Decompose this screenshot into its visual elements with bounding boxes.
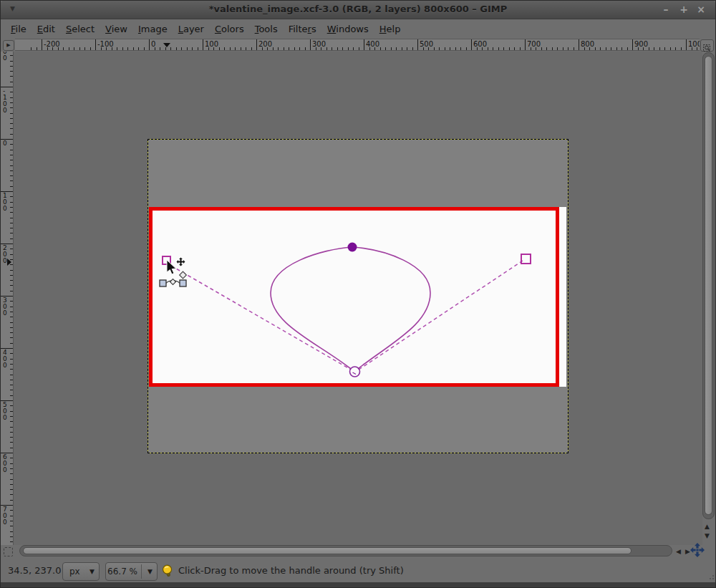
menu-select[interactable]: Select <box>66 24 95 34</box>
ruler-tick <box>10 223 13 223</box>
ruler-tick <box>224 47 225 50</box>
ruler-tick <box>10 343 13 344</box>
horizontal-scrollbar-thumb[interactable] <box>23 547 632 554</box>
menu-view[interactable]: View <box>105 24 127 34</box>
ruler-tick <box>294 47 295 50</box>
ruler-tick <box>198 47 198 50</box>
ruler-label: 100 <box>3 193 13 212</box>
horizontal-ruler-marker-icon <box>163 43 170 47</box>
quick-mask-toggle-button[interactable] <box>4 547 13 556</box>
ruler-tick <box>611 47 611 50</box>
ruler-tick <box>10 150 13 150</box>
ruler-tick-major <box>525 39 526 50</box>
zoom-dropdown[interactable]: 66.7 % ▼ <box>105 562 158 581</box>
ruler-tick <box>10 531 13 532</box>
ruler-tick <box>10 233 13 233</box>
cursor-position-readout: 34.5, 237.0 <box>8 565 61 576</box>
ruler-tick <box>434 47 435 50</box>
scroll-up-icon[interactable]: ▲ <box>705 523 710 530</box>
menu-colors[interactable]: Colors <box>215 24 244 34</box>
canvas-viewport[interactable] <box>14 52 702 545</box>
ruler-tick <box>122 47 123 50</box>
ruler-label: -200 <box>3 52 13 62</box>
ruler-tick <box>170 47 171 50</box>
ruler-tick <box>574 47 574 50</box>
ruler-tick <box>546 47 547 50</box>
ruler-tick-major <box>579 39 579 50</box>
ruler-tick <box>37 47 37 50</box>
ruler-tick <box>332 47 332 50</box>
ruler-tick <box>246 47 246 50</box>
ruler-tick-major <box>632 39 633 50</box>
ruler-tick <box>412 47 413 50</box>
horizontal-ruler[interactable]: -200-10001002003004005006007008009001000 <box>15 39 700 51</box>
ruler-tick <box>675 47 676 50</box>
scroll-down-icon[interactable]: ▼ <box>705 532 710 539</box>
menu-filters[interactable]: Filters <box>289 24 316 34</box>
navigation-cross-icon <box>689 541 706 559</box>
menu-file[interactable]: File <box>11 24 26 34</box>
ruler-tick <box>520 47 521 50</box>
ruler-tick <box>160 47 160 50</box>
maximize-button[interactable]: + <box>677 3 690 16</box>
vertical-ruler[interactable]: -200-1000100200300400500600700 <box>1 52 14 545</box>
ruler-tick <box>79 47 80 50</box>
unit-value: px <box>69 567 80 577</box>
ruler-tick <box>541 47 542 50</box>
resize-grip[interactable] <box>706 572 715 580</box>
ruler-tick <box>606 47 606 50</box>
ruler-label: 200 <box>3 245 13 264</box>
ruler-tick <box>192 47 193 50</box>
ruler-label: 800 <box>581 40 594 48</box>
menu-edit[interactable]: Edit <box>37 24 55 34</box>
vertical-scrollbar-thumb[interactable] <box>705 56 712 515</box>
ruler-label: 700 <box>3 506 13 526</box>
ruler-label: 0 <box>151 40 155 48</box>
ruler-tick <box>407 47 407 50</box>
ruler-tick <box>455 47 456 50</box>
scroll-left-icon[interactable]: ◀ <box>676 548 681 555</box>
ruler-tick <box>10 494 13 495</box>
ruler-label: -100 <box>97 40 114 48</box>
zoom-magnifier-icon <box>703 44 711 52</box>
ruler-tick <box>493 47 493 50</box>
ruler-tick <box>503 47 504 50</box>
ruler-tick <box>187 47 188 50</box>
unit-dropdown[interactable]: px ▼ <box>62 562 100 581</box>
titlebar[interactable]: ▼ *valentine_image.xcf-3.0 (RGB, 2 layer… <box>1 1 715 19</box>
ruler-corner-menu-button[interactable]: ▶ <box>3 40 14 51</box>
close-button[interactable]: × <box>695 3 707 16</box>
image-red-border <box>149 207 559 387</box>
navigation-button[interactable] <box>689 541 706 559</box>
ruler-tick <box>552 47 553 50</box>
ruler-tick <box>74 47 74 50</box>
minimize-button[interactable]: – <box>659 3 672 16</box>
ruler-tick <box>305 47 306 50</box>
ruler-label: 700 <box>527 40 541 48</box>
menu-layer[interactable]: Layer <box>178 24 204 34</box>
ruler-tick <box>10 479 13 480</box>
ruler-tick <box>10 134 13 135</box>
zoom-follow-window-button[interactable] <box>700 39 714 52</box>
ruler-tick <box>10 180 13 181</box>
ruler-tick <box>10 155 13 155</box>
ruler-tick <box>10 186 13 187</box>
ruler-tick-major <box>149 39 150 50</box>
ruler-tick <box>10 448 13 448</box>
ruler-label: 100 <box>205 40 218 48</box>
dropdown-arrow-icon: ▼ <box>90 568 95 575</box>
ruler-tick-major <box>471 39 472 50</box>
ruler-tick <box>31 47 32 50</box>
ruler-tick <box>278 47 279 50</box>
ruler-tick <box>138 47 139 50</box>
ruler-label: 400 <box>366 40 379 48</box>
ruler-tick <box>133 47 134 50</box>
ruler-label: -200 <box>44 40 60 48</box>
horizontal-scrollbar[interactable] <box>19 545 672 556</box>
menu-image[interactable]: Image <box>138 24 168 34</box>
menu-windows[interactable]: Windows <box>327 24 369 34</box>
menu-tools[interactable]: Tools <box>255 24 278 34</box>
vertical-scrollbar[interactable] <box>702 52 715 519</box>
menu-help[interactable]: Help <box>379 24 401 34</box>
ruler-tick <box>385 47 386 50</box>
